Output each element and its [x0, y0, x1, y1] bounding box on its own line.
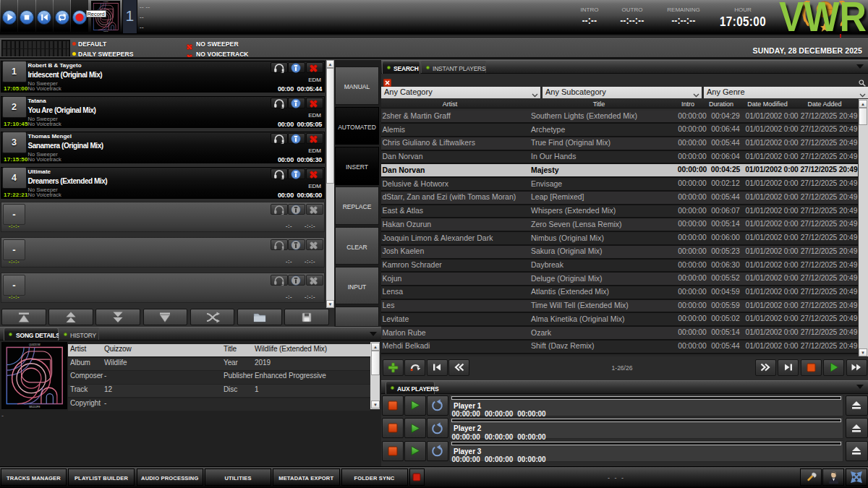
svg-text:WILDLIFE: WILDLIFE [103, 31, 109, 32]
svg-text:QUIZZOW: QUIZZOW [28, 343, 40, 346]
svg-text:QUIZZOW: QUIZZOW [103, 1, 109, 2]
svg-text:WILDLIFE: WILDLIFE [29, 405, 41, 408]
